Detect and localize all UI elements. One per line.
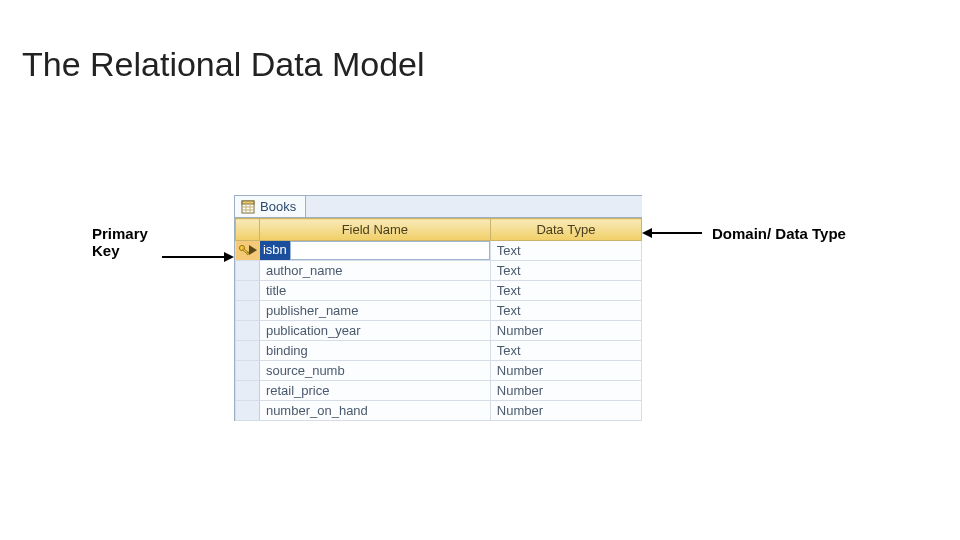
page-title: The Relational Data Model bbox=[22, 45, 425, 84]
row-selector[interactable] bbox=[236, 241, 260, 261]
field-name-cell[interactable]: isbn bbox=[259, 241, 490, 261]
field-name-cell[interactable]: author_name bbox=[259, 261, 490, 281]
tab-books[interactable]: Books bbox=[235, 196, 306, 217]
field-name-cell[interactable]: source_numb bbox=[259, 361, 490, 381]
column-header-data-type[interactable]: Data Type bbox=[490, 219, 641, 241]
field-name-cell[interactable]: publication_year bbox=[259, 321, 490, 341]
row-selector[interactable] bbox=[236, 321, 260, 341]
field-name-value: isbn bbox=[260, 241, 290, 260]
data-type-cell[interactable]: Number bbox=[490, 381, 641, 401]
field-name-cell[interactable]: retail_price bbox=[259, 381, 490, 401]
tab-label: Books bbox=[260, 199, 296, 214]
field-name-cell[interactable]: number_on_hand bbox=[259, 401, 490, 421]
table-row[interactable]: publication_yearNumber bbox=[236, 321, 642, 341]
table-designer-panel: Books Field Name Data Type isbnTextautho… bbox=[234, 195, 642, 421]
row-selector[interactable] bbox=[236, 301, 260, 321]
field-name-cell[interactable]: publisher_name bbox=[259, 301, 490, 321]
table-row[interactable]: publisher_nameText bbox=[236, 301, 642, 321]
annotation-primary-key: Primary Key bbox=[92, 225, 172, 259]
row-selector[interactable] bbox=[236, 281, 260, 301]
data-type-cell[interactable]: Text bbox=[490, 241, 641, 261]
field-name-cell[interactable]: binding bbox=[259, 341, 490, 361]
data-type-cell[interactable]: Number bbox=[490, 321, 641, 341]
row-selector[interactable] bbox=[236, 261, 260, 281]
table-icon bbox=[241, 200, 255, 214]
data-type-cell[interactable]: Text bbox=[490, 341, 641, 361]
field-grid: Field Name Data Type isbnTextauthor_name… bbox=[235, 218, 642, 421]
header-row: Field Name Data Type bbox=[236, 219, 642, 241]
table-row[interactable]: retail_priceNumber bbox=[236, 381, 642, 401]
arrow-primary-key bbox=[162, 256, 232, 258]
table-row[interactable]: bindingText bbox=[236, 341, 642, 361]
arrow-data-type bbox=[644, 232, 702, 234]
row-selector[interactable] bbox=[236, 381, 260, 401]
table-row[interactable]: titleText bbox=[236, 281, 642, 301]
data-type-cell[interactable]: Text bbox=[490, 301, 641, 321]
data-type-cell[interactable]: Number bbox=[490, 361, 641, 381]
svg-rect-1 bbox=[242, 201, 254, 204]
tab-bar: Books bbox=[235, 195, 642, 218]
row-selector[interactable] bbox=[236, 401, 260, 421]
row-selector[interactable] bbox=[236, 341, 260, 361]
annotation-domain-data-type: Domain/ Data Type bbox=[712, 225, 846, 242]
row-selector-header bbox=[236, 219, 260, 241]
table-row[interactable]: source_numbNumber bbox=[236, 361, 642, 381]
data-type-cell[interactable]: Text bbox=[490, 281, 641, 301]
data-type-cell[interactable]: Number bbox=[490, 401, 641, 421]
row-selector[interactable] bbox=[236, 361, 260, 381]
field-name-cell[interactable]: title bbox=[259, 281, 490, 301]
table-row[interactable]: isbnText bbox=[236, 241, 642, 261]
field-name-editor[interactable] bbox=[290, 241, 490, 260]
svg-marker-9 bbox=[249, 245, 257, 255]
table-row[interactable]: number_on_handNumber bbox=[236, 401, 642, 421]
column-header-field-name[interactable]: Field Name bbox=[259, 219, 490, 241]
table-row[interactable]: author_nameText bbox=[236, 261, 642, 281]
current-row-indicator-icon bbox=[249, 243, 257, 258]
data-type-cell[interactable]: Text bbox=[490, 261, 641, 281]
